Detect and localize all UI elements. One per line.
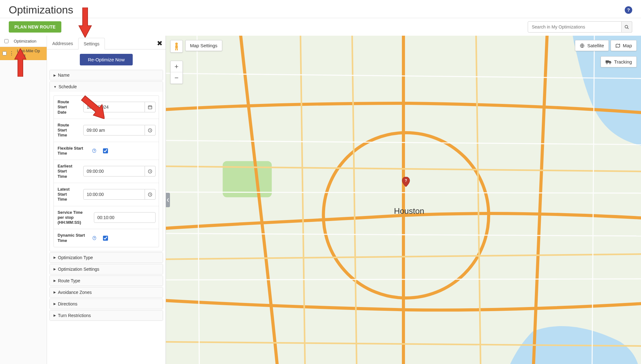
- clock-icon[interactable]: [145, 166, 156, 177]
- svg-rect-25: [177, 49, 178, 50]
- map-area[interactable]: Houston ? Map Settings + − Satellite: [166, 36, 641, 364]
- section-turn-restrictions[interactable]: ▶Turn Restrictions: [49, 310, 163, 321]
- map-settings-button[interactable]: Map Settings: [185, 40, 222, 51]
- info-icon[interactable]: ?: [92, 149, 96, 153]
- checkbox-dynamic-start[interactable]: [103, 236, 108, 241]
- search-input[interactable]: [528, 21, 622, 33]
- label-route-start-date: Route Start Date: [54, 96, 80, 119]
- label-flexible-start-time: Flexible Start Time ?: [54, 142, 100, 160]
- clock-icon[interactable]: [145, 125, 156, 136]
- label-route-start-time: Route Start Time: [54, 119, 80, 142]
- svg-point-22: [175, 43, 178, 45]
- input-route-start-date[interactable]: [83, 102, 145, 112]
- checkbox-flexible-start[interactable]: [103, 148, 108, 153]
- svg-line-17: [150, 194, 151, 195]
- section-schedule: ▼Schedule Route Start Date: [49, 81, 163, 251]
- collapse-panel-handle[interactable]: ❮: [166, 193, 170, 207]
- calendar-icon[interactable]: [145, 102, 156, 112]
- list-header: Optimization: [0, 36, 47, 47]
- search-button[interactable]: [622, 21, 632, 33]
- pegman-button[interactable]: [170, 40, 183, 53]
- help-button[interactable]: ?: [625, 6, 632, 14]
- panel-tabs: Addresses Settings ✖: [47, 36, 166, 49]
- search-icon: [624, 25, 629, 29]
- svg-rect-24: [175, 49, 176, 50]
- row-menu-button[interactable]: ⋮: [8, 50, 16, 56]
- list-column-header: Optimization: [13, 39, 47, 44]
- input-route-start-time[interactable]: [83, 125, 145, 136]
- svg-text:?: ?: [405, 178, 407, 183]
- svg-rect-23: [175, 45, 178, 49]
- map-icon: [615, 43, 620, 48]
- toolbar: PLAN NEW ROUTE: [0, 18, 641, 36]
- zoom-in-button[interactable]: +: [171, 61, 182, 72]
- settings-panel: Addresses Settings ✖ Re-Optimize Now ▶Na…: [47, 36, 166, 364]
- section-schedule-head[interactable]: ▼Schedule: [50, 82, 163, 92]
- map-type-button[interactable]: Map: [611, 40, 637, 51]
- label-latest-start-time: Latest Start Time: [54, 183, 80, 206]
- map-pin[interactable]: ?: [402, 177, 410, 187]
- section-route-type[interactable]: ▶Route Type: [49, 275, 163, 286]
- svg-point-3: [625, 25, 628, 28]
- svg-line-4: [627, 28, 628, 29]
- section-optimization-settings[interactable]: ▶Optimization Settings: [49, 264, 163, 274]
- section-name[interactable]: ▶Name: [49, 70, 163, 80]
- tab-addresses[interactable]: Addresses: [47, 38, 78, 49]
- map-canvas: [166, 36, 641, 364]
- select-all-checkbox[interactable]: [4, 39, 8, 43]
- page-header: Optimizations ?: [0, 0, 641, 18]
- info-icon[interactable]: ?: [93, 236, 96, 240]
- close-panel-button[interactable]: ✖: [157, 39, 162, 48]
- optimizations-list: Optimization ⋮ Last-Mile Op 0001: [0, 36, 47, 364]
- row-checkbox[interactable]: [3, 51, 7, 55]
- input-earliest-start-time[interactable]: [83, 166, 145, 177]
- reoptimize-button[interactable]: Re-Optimize Now: [80, 54, 133, 65]
- svg-line-11: [150, 130, 151, 131]
- input-latest-start-time[interactable]: [83, 189, 145, 200]
- label-service-time: Service Time per stop (HH:MM:SS): [54, 206, 91, 229]
- svg-line-14: [150, 171, 151, 172]
- label-earliest-start-time: Earliest Start Time: [54, 160, 80, 183]
- label-dynamic-start-time: Dynamic Start Time ?: [54, 229, 100, 247]
- list-row[interactable]: ⋮ Last-Mile Op 0001: [0, 47, 47, 60]
- tracking-button[interactable]: Tracking: [601, 56, 637, 67]
- truck-icon: [605, 60, 612, 64]
- satellite-button[interactable]: Satellite: [575, 40, 608, 51]
- zoom-control: + −: [170, 61, 183, 84]
- svg-rect-27: [606, 60, 609, 63]
- svg-point-29: [609, 63, 611, 64]
- clock-icon[interactable]: [145, 189, 156, 200]
- globe-icon: [580, 43, 585, 48]
- page-title: Optimizations: [9, 4, 73, 16]
- section-directions[interactable]: ▶Directions: [49, 299, 163, 309]
- row-name: Last-Mile Op 0001: [16, 47, 47, 59]
- tab-settings[interactable]: Settings: [78, 38, 105, 49]
- search-wrap: [528, 21, 632, 33]
- map-city-label: Houston: [394, 206, 424, 216]
- input-service-time[interactable]: [94, 212, 156, 223]
- section-optimization-type[interactable]: ▶Optimization Type: [49, 252, 163, 263]
- svg-point-28: [606, 63, 608, 64]
- section-avoidance-zones[interactable]: ▶Avoidance Zones: [49, 287, 163, 298]
- plan-new-route-button[interactable]: PLAN NEW ROUTE: [9, 21, 61, 33]
- svg-rect-5: [148, 106, 152, 109]
- zoom-out-button[interactable]: −: [171, 72, 182, 84]
